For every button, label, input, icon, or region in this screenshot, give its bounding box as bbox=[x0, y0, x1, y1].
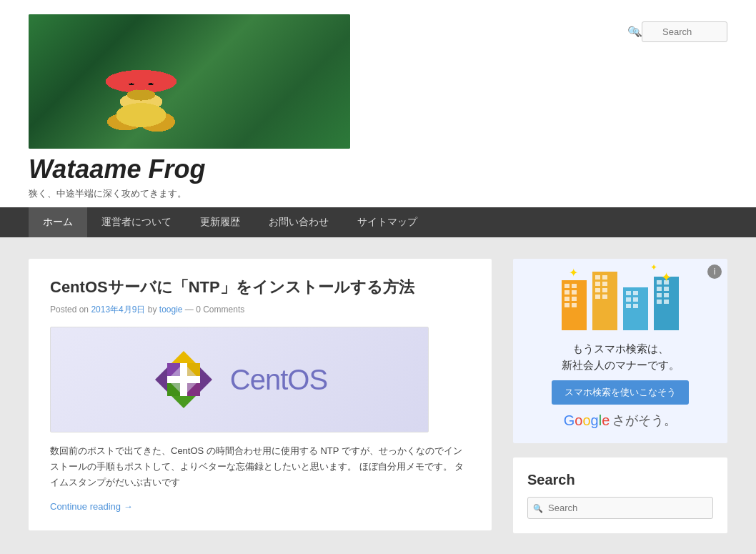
main-content: CentOSサーバに「NTP」をインストールする方法 Posted on 201… bbox=[29, 259, 492, 548]
post-excerpt: 数回前のポストで出てきた、CentOS の時間合わせ用に使用する NTP ですが… bbox=[50, 443, 470, 490]
svg-rect-13 bbox=[167, 376, 200, 383]
google-e: e bbox=[602, 412, 610, 428]
search-icon: 🔍 bbox=[627, 26, 640, 37]
site-header: Wataame Frog 狭く、中途半端に深く攻めてきます。 🔍 bbox=[0, 0, 756, 207]
ad-info-icon[interactable]: i bbox=[707, 264, 722, 279]
ad-button[interactable]: スマホ検索を使いこなそう bbox=[552, 380, 689, 405]
sidebar: i bbox=[513, 259, 727, 548]
search-widget: Search 🔍 bbox=[513, 457, 727, 533]
search-widget-form: 🔍 bbox=[527, 497, 713, 519]
nav-link-history[interactable]: 更新履歴 bbox=[186, 207, 254, 237]
building-1 bbox=[562, 280, 587, 330]
building-2 bbox=[592, 272, 617, 330]
site-title: Wataame Frog bbox=[29, 154, 627, 184]
post-comments: — 0 Comments bbox=[185, 305, 244, 315]
centos-logo: CentOS bbox=[151, 347, 327, 412]
svg-marker-3 bbox=[171, 396, 196, 408]
google-o1: o bbox=[575, 412, 582, 428]
google-sagaso: さがそう。 bbox=[612, 412, 677, 429]
header-search-input[interactable] bbox=[642, 21, 727, 42]
svg-marker-0 bbox=[155, 367, 167, 392]
ad-widget: i bbox=[513, 259, 727, 443]
post-title: CentOSサーバに「NTP」をインストールする方法 bbox=[50, 277, 470, 298]
page-wrapper: Wataame Frog 狭く、中途半端に深く攻めてきます。 🔍 ホーム 運営者… bbox=[0, 0, 756, 554]
nav-item-about[interactable]: 運営者について bbox=[87, 207, 186, 237]
ad-illustration: ✦ ✦ ✦ bbox=[562, 273, 679, 330]
nav-link-sitemap[interactable]: サイトマップ bbox=[343, 207, 432, 237]
post-author-link[interactable]: toogie bbox=[159, 305, 183, 315]
header-image bbox=[29, 14, 350, 149]
centos-icon bbox=[151, 347, 216, 412]
sparkle-icon-3: ✦ bbox=[661, 269, 672, 285]
post-card: CentOSサーバに「NTP」をインストールする方法 Posted on 201… bbox=[29, 259, 492, 530]
search-widget-icon: 🔍 bbox=[533, 503, 543, 513]
centos-svg bbox=[151, 347, 216, 412]
read-more-link[interactable]: Continue reading → bbox=[50, 501, 133, 512]
nav-item-contact[interactable]: お問い合わせ bbox=[254, 207, 343, 237]
header-search-area: 🔍 bbox=[627, 14, 728, 42]
windows-3 bbox=[626, 291, 638, 308]
centos-text-label: CentOS bbox=[230, 364, 327, 396]
nav-list: ホーム 運営者について 更新履歴 お問い合わせ サイトマップ bbox=[29, 207, 727, 237]
nav-item-sitemap[interactable]: サイトマップ bbox=[343, 207, 432, 237]
content-area: CentOSサーバに「NTP」をインストールする方法 Posted on 201… bbox=[0, 237, 756, 554]
site-branding: Wataame Frog 狭く、中途半端に深く攻めてきます。 bbox=[29, 14, 627, 200]
windows-1 bbox=[564, 284, 577, 307]
ad-content: i bbox=[513, 259, 727, 443]
post-meta-prefix: Posted on bbox=[50, 305, 89, 315]
google-text: Google bbox=[564, 412, 610, 429]
google-g: G bbox=[564, 412, 575, 428]
nav-link-about[interactable]: 運営者について bbox=[87, 207, 186, 237]
nav-link-contact[interactable]: お問い合わせ bbox=[254, 207, 343, 237]
header-search-wrapper: 🔍 bbox=[627, 21, 728, 42]
building-3 bbox=[623, 287, 648, 330]
site-logo bbox=[29, 14, 350, 149]
sparkle-icon: ✦ bbox=[569, 266, 578, 280]
search-widget-title: Search bbox=[527, 472, 713, 488]
post-author-prefix: by bbox=[148, 305, 157, 315]
nav-item-home[interactable]: ホーム bbox=[29, 207, 87, 237]
nav-link-home[interactable]: ホーム bbox=[29, 207, 87, 237]
sparkle-icon-2: ✦ bbox=[650, 262, 657, 273]
google-o2: o bbox=[582, 412, 590, 428]
post-meta: Posted on 2013年4月9日 by toogie — 0 Commen… bbox=[50, 304, 470, 316]
site-nav: ホーム 運営者について 更新履歴 お問い合わせ サイトマップ bbox=[0, 207, 756, 237]
google-g2: g bbox=[591, 412, 599, 428]
google-logo: Google さがそう。 bbox=[564, 412, 677, 429]
svg-marker-1 bbox=[200, 367, 212, 392]
windows-2 bbox=[595, 275, 607, 299]
site-tagline: 狭く、中途半端に深く攻めてきます。 bbox=[29, 187, 627, 200]
post-featured-image: CentOS bbox=[50, 327, 429, 432]
svg-marker-2 bbox=[171, 351, 196, 363]
nav-item-history[interactable]: 更新履歴 bbox=[186, 207, 254, 237]
post-date-link[interactable]: 2013年4月9日 bbox=[91, 305, 145, 315]
ad-tagline: もうスマホ検索は、新社会人のマナーです。 bbox=[562, 341, 680, 373]
search-widget-input[interactable] bbox=[527, 497, 713, 519]
